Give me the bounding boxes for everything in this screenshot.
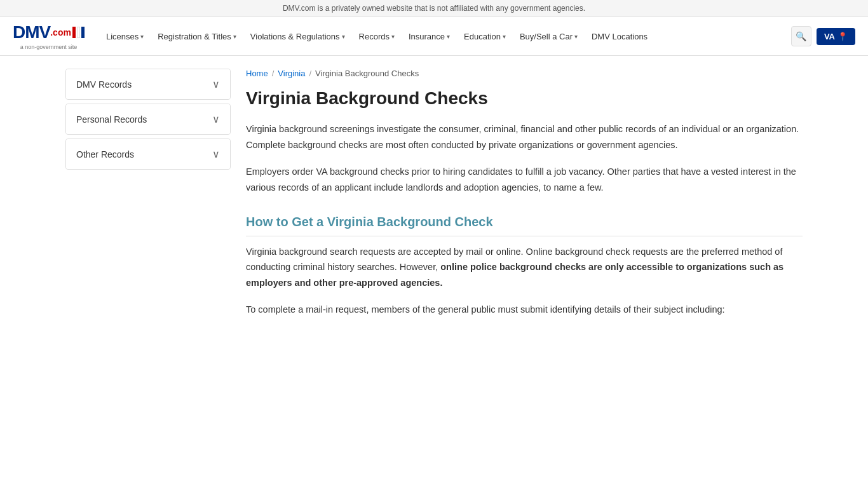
notice-text: DMV.com is a privately owned website tha… (283, 4, 585, 13)
section-heading: How to Get a Virginia Background Check (246, 215, 803, 236)
chevron-down-icon: ▾ (391, 33, 395, 40)
breadcrumb-state[interactable]: Virginia (278, 69, 305, 78)
chevron-down-icon: ▾ (233, 33, 236, 40)
notice-bar: DMV.com is a privately owned website tha… (0, 0, 868, 17)
nav-registration-titles[interactable]: Registration & Titles ▾ (151, 27, 243, 46)
chevron-down-icon: ▾ (342, 33, 345, 40)
chevron-down-icon: ▾ (503, 33, 506, 40)
chevron-down-icon: ▾ (140, 33, 144, 40)
logo-area[interactable]: DMV .com a non-government site (13, 22, 85, 50)
state-selector-button[interactable]: VA 📍 (817, 28, 855, 45)
chevron-down-icon: ▾ (574, 33, 578, 40)
state-label: VA (824, 32, 835, 41)
paragraph-1: Virginia background screenings investiga… (246, 121, 803, 152)
chevron-down-icon: ∨ (212, 78, 220, 90)
sidebar-item-other-records-label: Other Records (76, 149, 134, 159)
search-button[interactable]: 🔍 (791, 26, 811, 46)
breadcrumb-separator: / (272, 69, 275, 78)
header: DMV .com a non-government site Licenses … (0, 17, 868, 56)
sidebar: DMV Records ∨ Personal Records ∨ Other R… (65, 69, 231, 329)
section-paragraph-1: Virginia background search requests are … (246, 244, 803, 291)
content-area: Home / Virginia / Virginia Background Ch… (246, 69, 803, 329)
nav-violations-regulations[interactable]: Violations & Regulations ▾ (244, 27, 351, 46)
breadcrumb-current: Virginia Background Checks (315, 69, 419, 78)
section-paragraph-2: To complete a mail-in request, members o… (246, 302, 803, 318)
paragraph-2: Employers order VA background checks pri… (246, 164, 803, 195)
chevron-down-icon: ∨ (212, 113, 220, 125)
logo-flag (72, 27, 85, 38)
breadcrumb-separator: / (309, 69, 311, 78)
logo-com: .com (50, 27, 71, 37)
nav-insurance[interactable]: Insurance ▾ (402, 27, 456, 46)
sidebar-item-personal-records-label: Personal Records (76, 114, 147, 125)
nav-licenses[interactable]: Licenses ▾ (100, 27, 150, 46)
nav-education[interactable]: Education ▾ (458, 27, 512, 46)
nav-dmv-locations[interactable]: DMV Locations (585, 27, 654, 46)
logo-text: DMV .com (13, 22, 85, 43)
page-title: Virginia Background Checks (246, 88, 803, 109)
main-container: DMV Records ∨ Personal Records ∨ Other R… (53, 56, 815, 342)
sidebar-item-other-records[interactable]: Other Records ∨ (65, 139, 231, 170)
sidebar-item-dmv-records[interactable]: DMV Records ∨ (65, 69, 231, 100)
chevron-down-icon: ∨ (212, 148, 220, 160)
breadcrumb-home[interactable]: Home (246, 69, 268, 78)
sidebar-item-personal-records-header[interactable]: Personal Records ∨ (66, 104, 230, 134)
location-icon: 📍 (837, 32, 848, 41)
logo-tagline: a non-government site (20, 44, 78, 50)
header-actions: 🔍 VA 📍 (791, 26, 855, 46)
sidebar-item-personal-records[interactable]: Personal Records ∨ (65, 104, 231, 135)
search-icon: 🔍 (796, 31, 806, 41)
sidebar-item-dmv-records-label: DMV Records (76, 79, 132, 90)
sidebar-item-dmv-records-header[interactable]: DMV Records ∨ (66, 69, 230, 99)
content-body: Virginia background screenings investiga… (246, 121, 803, 318)
nav-records[interactable]: Records ▾ (353, 27, 401, 46)
breadcrumb: Home / Virginia / Virginia Background Ch… (246, 69, 803, 78)
chevron-down-icon: ▾ (447, 33, 450, 40)
logo-dmv: DMV (13, 22, 50, 43)
sidebar-item-other-records-header[interactable]: Other Records ∨ (66, 139, 230, 169)
main-nav: Licenses ▾ Registration & Titles ▾ Viola… (100, 27, 791, 46)
nav-buy-sell-car[interactable]: Buy/Sell a Car ▾ (513, 27, 584, 46)
